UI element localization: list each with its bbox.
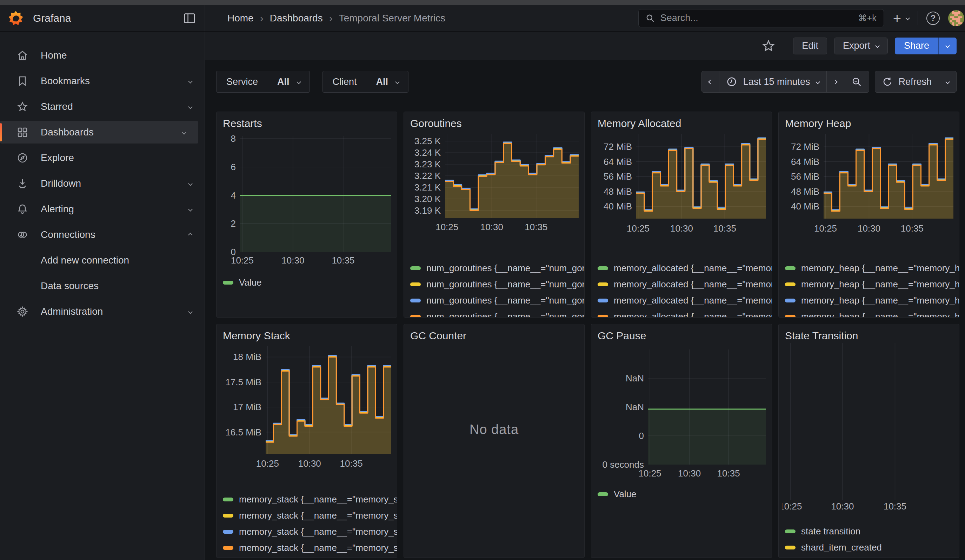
avatar[interactable] xyxy=(948,10,964,26)
sidebar-item-data-sources[interactable]: Data sources xyxy=(0,275,204,297)
svg-text:10:25: 10:25 xyxy=(231,255,254,266)
legend-item[interactable]: num_goroutines {__name__="num_goroutines… xyxy=(410,295,584,306)
time-shift-forward-button[interactable] xyxy=(827,71,844,92)
legend-series-marker xyxy=(598,266,608,270)
edit-button-label: Edit xyxy=(802,40,818,51)
svg-text:3.23 K: 3.23 K xyxy=(414,159,441,170)
panel-title[interactable]: State Transition xyxy=(779,324,959,343)
svg-text:56 MiB: 56 MiB xyxy=(604,171,632,182)
panel-title[interactable]: GC Counter xyxy=(404,324,584,343)
zoom-out-button[interactable] xyxy=(844,71,869,92)
export-button[interactable]: Export xyxy=(834,38,888,54)
refresh-group: Refresh xyxy=(875,71,957,93)
panel-gc-pause[interactable]: GC Pause NaNNaN00 seconds10:2510:3010:35… xyxy=(591,324,772,558)
legend-item[interactable]: memory_stack {__name__="memory_stack" xyxy=(223,542,397,553)
legend-item[interactable]: memory_heap {__name__="memory_heap" xyxy=(785,263,959,274)
sidebar-item-alerting[interactable]: Alerting xyxy=(0,198,204,220)
chevron-down-icon[interactable] xyxy=(188,79,193,83)
chevron-down-icon[interactable] xyxy=(188,207,193,212)
panel-title[interactable]: Memory Allocated xyxy=(591,112,772,131)
goroutines-chart[interactable]: 3.25 K3.24 K3.23 K3.22 K3.21 K3.20 K3.19… xyxy=(407,131,581,252)
chevron-up-icon[interactable] xyxy=(188,233,193,237)
service-filter-label: Service xyxy=(216,71,268,92)
svg-text:40 MiB: 40 MiB xyxy=(791,201,819,212)
panel-memory-heap[interactable]: Memory Heap 72 MiB64 MiB56 MiB48 MiB40 M… xyxy=(778,112,959,318)
svg-text:10:30: 10:30 xyxy=(481,222,503,232)
panel-goroutines[interactable]: Goroutines 3.25 K3.24 K3.23 K3.22 K3.21 … xyxy=(404,112,585,318)
panel-title[interactable]: Memory Stack xyxy=(216,324,397,343)
legend-item[interactable]: num_goroutines {__name__="num_goroutines… xyxy=(410,311,584,318)
legend-item[interactable]: num_goroutines {__name__="num_goroutines… xyxy=(410,279,584,290)
svg-text:NaN: NaN xyxy=(626,402,644,412)
time-range-picker[interactable]: Last 15 minutes xyxy=(720,71,827,92)
dashboards-grid-icon xyxy=(17,127,28,138)
panel-memory-stack[interactable]: Memory Stack 18 MiB17.5 MiB17 MiB16.5 Mi… xyxy=(216,324,397,558)
svg-text:10:30: 10:30 xyxy=(298,458,321,469)
breadcrumb-dashboards[interactable]: Dashboards xyxy=(270,13,323,24)
chevron-down-icon[interactable] xyxy=(182,130,186,135)
legend-item[interactable]: memory_heap {__name__="memory_heap" xyxy=(785,311,959,318)
sidebar-item-add-new-connection[interactable]: Add new connection xyxy=(0,249,204,272)
help-button[interactable]: ? xyxy=(926,11,940,25)
legend-item[interactable]: state transition xyxy=(785,526,959,537)
panel-title[interactable]: GC Pause xyxy=(591,324,772,343)
legend-item[interactable]: memory_allocated {__name__="memory_alloc… xyxy=(598,295,772,306)
legend-item[interactable]: num_goroutines {__name__="num_goroutines… xyxy=(410,263,584,274)
legend-item[interactable]: Value xyxy=(598,488,772,500)
legend-series-label: memory_stack {__name__="memory_stack" xyxy=(239,542,397,553)
memory-stack-chart[interactable]: 18 MiB17.5 MiB17 MiB16.5 MiB10:2510:3010… xyxy=(220,343,393,489)
legend-item[interactable]: memory_allocated {__name__="memory_alloc… xyxy=(598,263,772,274)
client-filter-value[interactable]: All xyxy=(367,71,409,92)
state-transition-chart[interactable]: 10:2510:3010:35 xyxy=(782,343,955,511)
memory-allocated-chart[interactable]: 72 MiB64 MiB56 MiB48 MiB40 MiB10:2510:30… xyxy=(595,131,768,252)
share-dropdown-button[interactable] xyxy=(938,38,957,54)
dock-menu-icon[interactable] xyxy=(183,13,195,23)
legend-item[interactable]: memory_heap {__name__="memory_heap" xyxy=(785,295,959,306)
service-filter-value[interactable]: All xyxy=(268,71,309,92)
sidebar-item-explore[interactable]: Explore xyxy=(0,147,204,169)
legend-item[interactable]: memory_allocated {__name__="memory_alloc… xyxy=(598,279,772,290)
panel-title[interactable]: Memory Heap xyxy=(779,112,959,131)
legend-item[interactable]: memory_heap {__name__="memory_heap" xyxy=(785,279,959,290)
chevron-down-icon[interactable] xyxy=(188,181,193,186)
gc-pause-chart[interactable]: NaNNaN00 seconds10:2510:3010:35 xyxy=(595,343,768,480)
add-new-button[interactable]: + xyxy=(893,11,909,25)
chevron-down-icon[interactable] xyxy=(188,309,193,314)
svg-text:10:25: 10:25 xyxy=(639,468,661,478)
legend-item[interactable]: memory_stack {__name__="memory_stack" xyxy=(223,494,397,505)
panel-title[interactable]: Goroutines xyxy=(404,112,584,131)
memory-heap-chart[interactable]: 72 MiB64 MiB56 MiB48 MiB40 MiB10:2510:30… xyxy=(782,131,955,252)
chevron-down-icon[interactable] xyxy=(188,104,193,109)
legend-item[interactable]: memory_allocated {__name__="memory_alloc… xyxy=(598,311,772,318)
sidebar-item-bookmarks[interactable]: Bookmarks xyxy=(0,70,204,92)
legend-item[interactable]: memory_stack {__name__="memory_stack" xyxy=(223,510,397,521)
edit-button[interactable]: Edit xyxy=(793,38,827,54)
favorite-star-icon[interactable] xyxy=(762,39,775,53)
search-input[interactable]: Search... ⌘+k xyxy=(638,9,884,28)
refresh-interval-button[interactable] xyxy=(939,71,956,92)
sidebar-item-connections[interactable]: Connections xyxy=(0,224,204,246)
sidebar-item-drilldown[interactable]: Drilldown xyxy=(0,172,204,195)
panel-memory-allocated[interactable]: Memory Allocated 72 MiB64 MiB56 MiB48 Mi… xyxy=(591,112,772,318)
share-button[interactable]: Share xyxy=(895,38,957,54)
panel-legend: num_goroutines {__name__="num_goroutines… xyxy=(404,252,584,318)
refresh-button[interactable]: Refresh xyxy=(875,71,939,92)
sidebar-item-home[interactable]: Home xyxy=(0,44,204,67)
sidebar-item-administration[interactable]: Administration xyxy=(0,300,204,323)
header-divider xyxy=(918,11,918,25)
legend-item[interactable]: Value xyxy=(223,277,397,288)
sidebar-item-dashboards[interactable]: Dashboards xyxy=(0,121,198,144)
panel-title[interactable]: Restarts xyxy=(216,112,397,131)
panel-gc-counter[interactable]: GC Counter No data xyxy=(404,324,585,558)
legend-series-marker xyxy=(785,282,795,286)
legend-item[interactable]: memory_stack {__name__="memory_stack" xyxy=(223,526,397,537)
legend-item[interactable]: shard_item_created xyxy=(785,542,959,553)
restarts-chart[interactable]: 8642010:2510:3010:35 xyxy=(220,131,393,268)
panel-state-transition[interactable]: State Transition 10:2510:3010:35 state t… xyxy=(778,324,959,558)
panel-restarts[interactable]: Restarts 8642010:2510:3010:35 Value xyxy=(216,112,397,318)
sidebar-item-starred[interactable]: Starred xyxy=(0,95,204,118)
breadcrumb-home[interactable]: Home xyxy=(227,13,254,24)
refresh-icon xyxy=(882,77,893,87)
sidebar-item-label: Data sources xyxy=(41,280,194,292)
time-shift-back-button[interactable] xyxy=(702,71,720,92)
